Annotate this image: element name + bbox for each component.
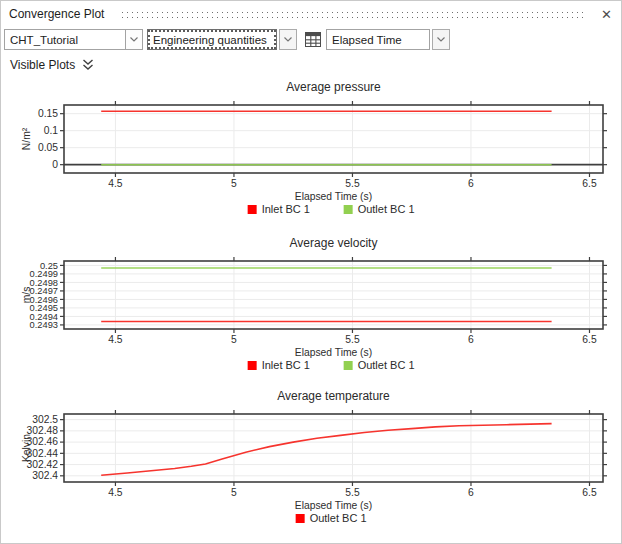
y-tick-label: 302.5 bbox=[32, 414, 58, 425]
table-grid-icon bbox=[305, 32, 321, 47]
x-tick-label: 5.5 bbox=[345, 334, 360, 345]
x-tick-label: 4.5 bbox=[108, 334, 123, 345]
legend-item: Outlet BC 1 bbox=[344, 203, 415, 215]
legend-item: Inlet BC 1 bbox=[248, 359, 310, 371]
x-tick-label: 5.5 bbox=[345, 178, 360, 189]
y-tick-label: 302.4 bbox=[32, 470, 58, 481]
legend-item: Outlet BC 1 bbox=[296, 512, 367, 524]
drag-handle-dots-icon[interactable] bbox=[120, 10, 584, 19]
x-axis-label: Elapsed Time (s) bbox=[295, 500, 372, 511]
legend-label: Inlet BC 1 bbox=[262, 359, 310, 371]
x-tick-label: 6 bbox=[468, 178, 474, 189]
x-tick-label: 5 bbox=[231, 334, 237, 345]
close-icon[interactable]: ✕ bbox=[598, 7, 615, 22]
x-tick-label: 6.5 bbox=[582, 487, 597, 498]
x-tick-label: 5.5 bbox=[345, 487, 360, 498]
y-axis-label: m/s bbox=[21, 287, 32, 304]
chart-title: Average pressure bbox=[286, 80, 381, 94]
y-axis-label: N/m² bbox=[21, 127, 32, 150]
xaxis-combobox[interactable]: Elapsed Time bbox=[326, 29, 450, 50]
project-combobox-value[interactable]: CHT_Tutorial bbox=[4, 29, 125, 50]
quantity-combobox[interactable]: Engineering quantities bbox=[147, 29, 297, 50]
chevron-down-icon[interactable] bbox=[125, 29, 143, 50]
legend-label: Outlet BC 1 bbox=[358, 359, 415, 371]
x-tick-label: 6.5 bbox=[582, 334, 597, 345]
x-tick-label: 5 bbox=[231, 178, 237, 189]
x-axis-label: Elapsed Time (s) bbox=[295, 191, 372, 202]
panel-title: Convergence Plot bbox=[9, 7, 104, 21]
y-tick-label: 0.25 bbox=[40, 261, 58, 271]
y-tick-label: 0.1 bbox=[44, 125, 59, 136]
xaxis-combobox-value[interactable]: Elapsed Time bbox=[326, 29, 430, 50]
table-view-button[interactable] bbox=[303, 29, 323, 50]
x-tick-label: 6 bbox=[468, 334, 474, 345]
double-chevron-down-icon[interactable] bbox=[82, 59, 94, 71]
chart-average-velocity: Average velocity4.555.566.50.24930.24940… bbox=[3, 233, 621, 375]
project-combobox[interactable]: CHT_Tutorial bbox=[4, 29, 143, 50]
y-tick-label: 0 bbox=[52, 159, 58, 170]
x-tick-label: 4.5 bbox=[108, 487, 123, 498]
chart-average-pressure: Average pressure4.555.566.500.050.10.15E… bbox=[3, 77, 621, 219]
x-tick-label: 4.5 bbox=[108, 178, 123, 189]
quantity-combobox-value[interactable]: Engineering quantities bbox=[147, 29, 277, 50]
chart-average-temperature: Average temperature4.555.566.5302.4302.4… bbox=[3, 386, 621, 528]
chart-title: Average velocity bbox=[290, 236, 378, 250]
toolbar: CHT_Tutorial Engineering quantities Ela bbox=[4, 29, 450, 50]
title-bar: Convergence Plot ✕ bbox=[9, 4, 615, 24]
legend-label: Outlet BC 1 bbox=[310, 512, 367, 524]
legend-label: Outlet BC 1 bbox=[358, 203, 415, 215]
chart-title: Average temperature bbox=[277, 389, 390, 403]
x-axis-label: Elapsed Time (s) bbox=[295, 347, 372, 358]
x-tick-label: 5 bbox=[231, 487, 237, 498]
x-tick-label: 6.5 bbox=[582, 178, 597, 189]
legend-item: Outlet BC 1 bbox=[344, 359, 415, 371]
legend-label: Inlet BC 1 bbox=[262, 203, 310, 215]
visible-plots-toggle[interactable]: Visible Plots bbox=[10, 58, 94, 72]
visible-plots-label: Visible Plots bbox=[10, 58, 75, 72]
chevron-down-icon[interactable] bbox=[279, 29, 297, 50]
chevron-down-icon[interactable] bbox=[432, 29, 450, 50]
y-axis-label: Kelvin bbox=[21, 434, 32, 462]
convergence-plot-panel: Convergence Plot ✕ CHT_Tutorial Engineer… bbox=[0, 0, 622, 544]
y-tick-label: 0.05 bbox=[38, 142, 58, 153]
legend-item: Inlet BC 1 bbox=[248, 203, 310, 215]
x-tick-label: 6 bbox=[468, 487, 474, 498]
y-tick-label: 0.15 bbox=[38, 108, 58, 119]
